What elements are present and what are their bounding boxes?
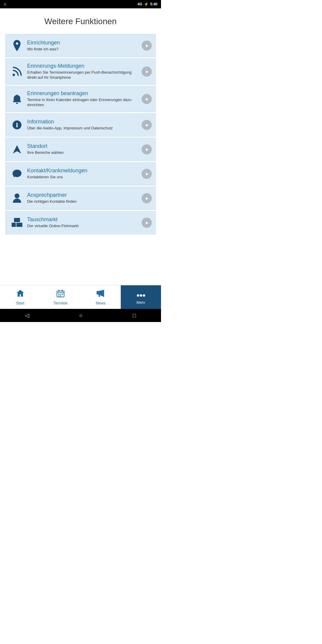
boxes-icon (9, 218, 25, 227)
bell-icon (9, 94, 25, 104)
info-icon (9, 120, 25, 130)
svg-rect-15 (62, 294, 63, 295)
recent-button[interactable]: □ (133, 312, 136, 319)
menu-text-einrichtungen: Einrichtungen Wo finde ich was? (25, 40, 142, 52)
svg-rect-17 (60, 295, 61, 296)
nav-item-start[interactable]: Start (0, 285, 40, 309)
menu-item-standort[interactable]: Standort Ihre Bereiche wählen (5, 138, 156, 161)
nav-item-news[interactable]: News (80, 285, 121, 309)
svg-point-19 (140, 294, 142, 297)
page-title: Weitere Funktionen (0, 8, 161, 31)
status-bar: ⚠ 4G ⚡ 5:40 (0, 0, 161, 8)
menu-desc-tauschmarkt: Der virtuelle Online-Flohmarkt (27, 224, 139, 229)
menu-title-standort: Standort (27, 143, 139, 149)
menu-item-kontakt[interactable]: Kontakt/Krankmeldungen Kontaktieren Sie … (5, 162, 156, 185)
arrow-erinnerungs-meldungen (142, 66, 152, 77)
arrow-einrichtungen (142, 41, 152, 51)
svg-rect-11 (62, 290, 63, 292)
menu-title-einrichtungen: Einrichtungen (27, 40, 139, 46)
svg-point-20 (143, 294, 145, 297)
nav-item-mehr[interactable]: Mehr (121, 285, 161, 309)
home-button[interactable]: ○ (79, 312, 83, 319)
menu-item-ansprechpartner[interactable]: Ansprechpartner Die richtigen Kontakte f… (5, 187, 156, 210)
menu-desc-einrichtungen: Wo finde ich was? (27, 47, 139, 52)
arrow-information (142, 120, 152, 130)
calendar-icon (56, 289, 65, 300)
menu-title-information: Information (27, 119, 139, 125)
arrow-kontakt (142, 169, 152, 179)
menu-text-erinnerungs-meldungen: Erinnerungs-Meldungen Erhalten Sie Termi… (25, 63, 142, 80)
svg-rect-10 (58, 290, 59, 292)
warning-icon: ⚠ (4, 2, 7, 6)
nav-label-start: Start (16, 301, 24, 305)
menu-desc-erinnerungs-meldungen: Erhalten Sie Terminerinnerungen per Push… (27, 70, 139, 80)
menu-text-information: Information Über die Awido-App, Impressu… (25, 119, 142, 131)
menu-text-ansprechpartner: Ansprechpartner Die richtigen Kontakte f… (25, 192, 142, 204)
system-nav-bar: ◁ ○ □ (0, 309, 161, 322)
svg-rect-13 (58, 294, 59, 295)
svg-rect-14 (60, 294, 61, 295)
svg-point-0 (13, 74, 15, 76)
menu-item-einrichtungen[interactable]: Einrichtungen Wo finde ich was? (5, 34, 156, 57)
arrow-standort (142, 144, 152, 154)
menu-item-erinnerungs-meldungen[interactable]: Erinnerungs-Meldungen Erhalten Sie Termi… (5, 58, 156, 85)
svg-rect-8 (14, 218, 20, 222)
home-icon (16, 289, 24, 300)
svg-point-5 (15, 193, 19, 198)
arrow-erinnerungen-beantragen (142, 94, 152, 104)
menu-item-information[interactable]: Information Über die Awido-App, Impressu… (5, 113, 156, 137)
svg-rect-3 (16, 123, 18, 124)
arrow-tauschmarkt (142, 218, 152, 228)
menu-item-erinnerungen-beantragen[interactable]: Erinnerungen beantragen Termine in Ihren… (5, 86, 156, 112)
battery-icon: ⚡ (144, 2, 148, 6)
menu-text-tauschmarkt: Tauschmarkt Der virtuelle Online-Flohmar… (25, 216, 142, 229)
menu-title-erinnerungs-meldungen: Erinnerungs-Meldungen (27, 63, 139, 69)
menu-text-kontakt: Kontakt/Krankmeldungen Kontaktieren Sie … (25, 168, 142, 180)
location-icon (9, 40, 25, 51)
svg-rect-7 (16, 223, 22, 227)
chat-icon (9, 169, 25, 179)
dots-icon (137, 290, 145, 299)
menu-text-erinnerungen-beantragen: Erinnerungen beantragen Termine in Ihren… (25, 90, 142, 108)
menu-list: Einrichtungen Wo finde ich was? Erinneru… (5, 34, 156, 234)
nav-item-termine[interactable]: Termine (40, 285, 80, 309)
time-display: 5:40 (150, 2, 157, 6)
menu-desc-kontakt: Kontaktieren Sie uns (27, 175, 139, 180)
signal-indicator: 4G (137, 2, 142, 6)
megaphone-icon (96, 289, 105, 300)
nav-label-news: News (96, 301, 106, 305)
menu-title-ansprechpartner: Ansprechpartner (27, 192, 139, 198)
svg-rect-2 (16, 124, 18, 127)
menu-desc-standort: Ihre Bereiche wählen (27, 150, 139, 155)
navigation-icon (9, 145, 25, 154)
svg-rect-6 (12, 223, 16, 227)
rss-icon (9, 67, 25, 76)
nav-label-mehr: Mehr (137, 300, 145, 305)
menu-title-erinnerungen-beantragen: Erinnerungen beantragen (27, 90, 139, 97)
nav-label-termine: Termine (53, 301, 67, 305)
menu-title-kontakt: Kontakt/Krankmeldungen (27, 168, 139, 174)
svg-marker-4 (13, 145, 21, 154)
svg-point-18 (137, 294, 139, 297)
person-icon (9, 193, 25, 203)
menu-text-standort: Standort Ihre Bereiche wählen (25, 143, 142, 155)
svg-rect-16 (58, 295, 59, 296)
bottom-nav: Start Termine News (0, 285, 161, 309)
menu-desc-information: Über die Awido-App, Impressum und Datens… (27, 126, 139, 131)
menu-title-tauschmarkt: Tauschmarkt (27, 216, 139, 223)
arrow-ansprechpartner (142, 193, 152, 203)
menu-desc-erinnerungen-beantragen: Termine in Ihren Kalender eintragen oder… (27, 97, 139, 108)
menu-item-tauschmarkt[interactable]: Tauschmarkt Der virtuelle Online-Flohmar… (5, 211, 156, 234)
menu-desc-ansprechpartner: Die richtigen Kontakte finden (27, 199, 139, 204)
back-button[interactable]: ◁ (25, 312, 29, 319)
